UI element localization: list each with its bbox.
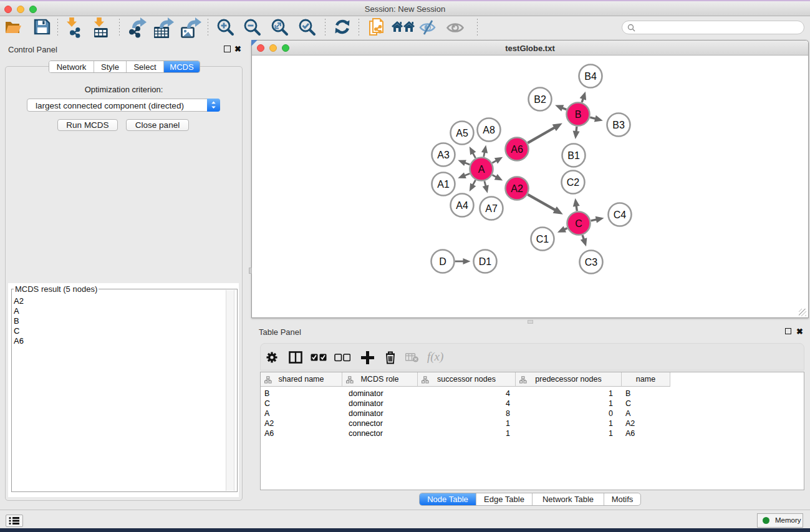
svg-text:A3: A3 bbox=[437, 150, 450, 160]
svg-text:D: D bbox=[439, 256, 446, 267]
svg-text:f(x): f(x) bbox=[427, 351, 443, 364]
svg-text:B4: B4 bbox=[584, 71, 597, 82]
svg-text:A1: A1 bbox=[437, 179, 450, 190]
svg-text:A4: A4 bbox=[456, 200, 468, 211]
svg-text:B1: B1 bbox=[567, 150, 580, 161]
svg-text:C: C bbox=[575, 218, 582, 229]
svg-text:B3: B3 bbox=[612, 120, 625, 130]
svg-text:C2: C2 bbox=[567, 177, 580, 188]
svg-text:C3: C3 bbox=[585, 257, 598, 268]
svg-text:B: B bbox=[575, 109, 582, 120]
svg-text:A7: A7 bbox=[485, 203, 498, 214]
svg-text:A2: A2 bbox=[511, 183, 523, 194]
svg-text:B2: B2 bbox=[534, 94, 546, 105]
svg-text:A6: A6 bbox=[511, 144, 523, 155]
svg-text:A: A bbox=[478, 164, 485, 175]
svg-text:C4: C4 bbox=[614, 210, 627, 220]
svg-text:C1: C1 bbox=[536, 234, 549, 244]
svg-text:A8: A8 bbox=[483, 125, 495, 135]
svg-text:A5: A5 bbox=[456, 128, 468, 138]
svg-text:D1: D1 bbox=[479, 256, 492, 267]
